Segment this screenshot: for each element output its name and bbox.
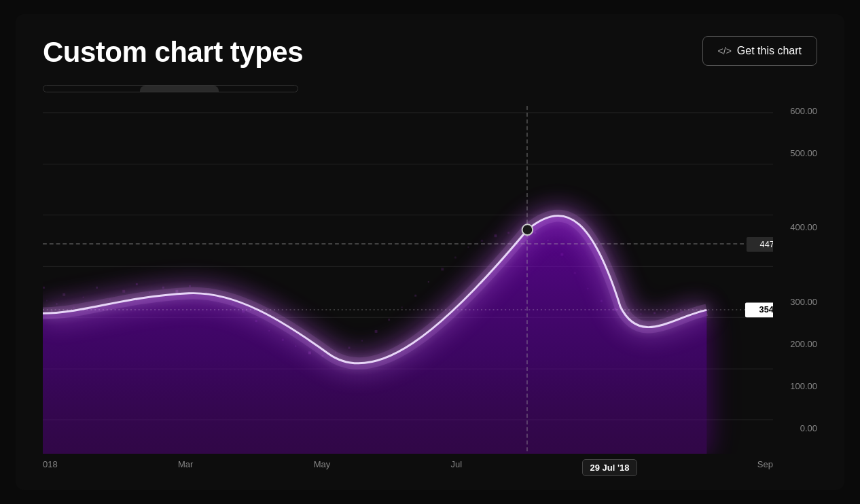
y-label-400: 400.00	[790, 222, 817, 232]
tab-heatmap[interactable]: Heatmap	[140, 86, 219, 92]
svg-rect-46	[507, 232, 509, 234]
svg-rect-41	[441, 268, 444, 270]
svg-rect-36	[375, 330, 378, 333]
svg-rect-58	[667, 310, 668, 312]
tab-hlc-area[interactable]: HLC area	[219, 86, 298, 92]
svg-rect-43	[467, 247, 469, 248]
svg-rect-51	[574, 272, 576, 274]
x-axis-labels: 018 Mar May Jul 29 Jul '18 Sep	[43, 454, 817, 476]
x-label-jul18: 29 Jul '18	[582, 459, 637, 476]
svg-rect-11	[56, 303, 58, 304]
x-label-jul: Jul	[451, 459, 463, 476]
svg-rect-15	[96, 287, 98, 289]
y-axis	[729, 106, 773, 454]
svg-rect-39	[414, 295, 416, 297]
svg-rect-22	[189, 285, 191, 287]
svg-rect-57	[653, 312, 656, 314]
svg-rect-26	[242, 310, 245, 312]
svg-rect-52	[587, 288, 588, 289]
y-label-600: 600.00	[790, 106, 817, 116]
svg-rect-30	[295, 345, 296, 346]
svg-rect-56	[641, 313, 642, 314]
svg-rect-28	[268, 330, 270, 331]
svg-rect-42	[454, 256, 456, 258]
svg-rect-31	[308, 351, 311, 354]
svg-rect-14	[83, 297, 84, 298]
chart-canvas[interactable]: 447.86 354.44	[43, 106, 773, 454]
svg-rect-49	[548, 240, 549, 241]
svg-rect-29	[282, 339, 284, 341]
x-label-sep: Sep	[757, 459, 773, 476]
get-chart-button[interactable]: </> Get this chart	[702, 36, 817, 66]
chart-svg: 447.86 354.44	[43, 106, 773, 454]
svg-rect-38	[401, 306, 403, 308]
svg-rect-45	[495, 234, 497, 237]
svg-rect-8	[43, 287, 45, 289]
main-container: Custom chart types </> Get this chart St…	[16, 14, 844, 490]
header: Custom chart types </> Get this chart	[43, 36, 817, 69]
y-label-100: 100.00	[790, 381, 817, 391]
svg-point-65	[522, 224, 533, 235]
x-label-may: May	[314, 459, 331, 476]
svg-rect-50	[560, 253, 563, 256]
y-label-0: 0.00	[800, 423, 817, 433]
svg-rect-12	[62, 293, 65, 296]
svg-rect-20	[162, 287, 164, 289]
tab-stacked-area[interactable]: Stacked area	[43, 86, 140, 92]
svg-rect-9	[46, 300, 48, 301]
chart-area: 447.86 354.44 600.00 500.00 400.00 300.0…	[43, 106, 817, 454]
chart-type-tabs: Stacked area Heatmap HLC area	[43, 85, 298, 92]
svg-rect-40	[428, 281, 429, 283]
svg-rect-27	[255, 320, 257, 322]
svg-rect-35	[361, 340, 363, 342]
y-label-500: 500.00	[790, 148, 817, 158]
get-chart-label: Get this chart	[737, 45, 802, 57]
svg-rect-34	[348, 346, 351, 348]
svg-rect-18	[136, 283, 138, 285]
svg-rect-37	[388, 319, 390, 321]
svg-rect-53	[601, 300, 603, 302]
svg-rect-44	[481, 240, 483, 242]
x-label-mar: Mar	[178, 459, 193, 476]
y-axis-labels: 600.00 500.00 400.00 300.00 200.00 100.0…	[773, 106, 817, 454]
y-label-300: 300.00	[790, 297, 817, 307]
x-label-018: 018	[43, 459, 58, 476]
code-icon: </>	[718, 46, 732, 56]
svg-rect-17	[122, 290, 125, 293]
page-title: Custom chart types	[43, 36, 303, 69]
svg-rect-48	[534, 232, 536, 234]
y-label-200: 200.00	[790, 339, 817, 349]
